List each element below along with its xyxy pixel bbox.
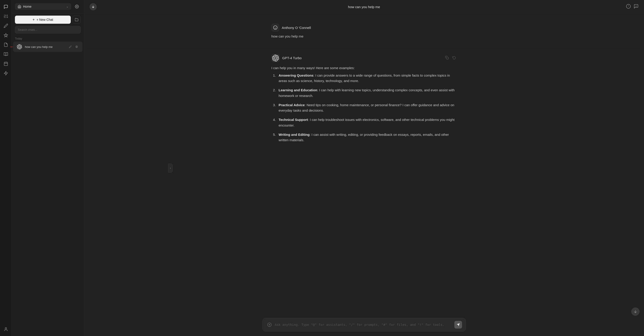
list-item-bold: Answering Questions xyxy=(279,73,314,77)
list-item: Answering Questions: I can provide answe… xyxy=(277,73,457,84)
plus-circle-icon xyxy=(267,323,272,327)
chat-list-item[interactable]: how can you help me xyxy=(13,41,82,52)
scroll-to-bottom-button[interactable] xyxy=(631,308,640,316)
search-input[interactable] xyxy=(15,26,81,33)
gear-icon xyxy=(75,4,79,8)
message-divider xyxy=(87,47,641,48)
new-chat-label: + New Chat xyxy=(36,18,53,21)
ai-sender-name: GPT-4 Turbo xyxy=(282,56,442,60)
chevron-left-icon: ‹ xyxy=(170,167,171,170)
ai-intro-text: I can help you in many ways! Here are so… xyxy=(272,65,457,71)
input-container xyxy=(262,318,466,332)
list-item-rest: : Need tips on cooking, home maintenance… xyxy=(279,103,454,112)
edit-icon xyxy=(69,45,72,48)
sidebar-item-document[interactable] xyxy=(2,41,10,49)
svg-point-15 xyxy=(76,6,78,7)
user-sender-name: Anthony O 'Connell xyxy=(282,26,311,29)
user-avatar xyxy=(272,24,279,31)
compose-button[interactable] xyxy=(634,4,638,10)
send-icon xyxy=(456,323,460,327)
sidebar-item-chat[interactable] xyxy=(2,3,10,11)
sidebar-item-sliders[interactable] xyxy=(2,12,10,20)
user-profile-button[interactable] xyxy=(2,325,10,333)
list-item: Technical Support: I can help troublesho… xyxy=(277,117,457,128)
home-label: Home xyxy=(23,5,32,8)
chat-title-header: how can you help me xyxy=(348,5,380,9)
list-item: Learning and Education: I can help with … xyxy=(277,87,457,99)
search-container xyxy=(12,26,84,36)
svg-rect-25 xyxy=(446,57,448,59)
regenerate-message-button[interactable] xyxy=(452,55,457,61)
user-message-sender: Anthony O 'Connell xyxy=(272,24,457,31)
list-item-bold: Writing and Editing xyxy=(279,133,310,136)
sidebar-header: Home ⌄ xyxy=(12,0,84,13)
icon-rail xyxy=(0,0,12,336)
compose-icon xyxy=(634,4,638,9)
arrow-down-circle-icon xyxy=(634,310,638,314)
sliders-icon xyxy=(4,14,8,18)
user-message-text: how can you help me xyxy=(272,34,457,39)
trash-icon xyxy=(75,45,78,48)
calendar-icon xyxy=(4,61,8,66)
chevron-down-icon: ⌄ xyxy=(66,5,68,8)
edit-chat-button[interactable] xyxy=(68,44,73,49)
list-item: Writing and Editing: I can assist with w… xyxy=(277,132,457,143)
openai-logo xyxy=(17,44,22,49)
delete-chat-button[interactable] xyxy=(74,44,79,49)
sidebar-item-calendar[interactable] xyxy=(2,60,10,68)
chat-header: how can you help me xyxy=(84,0,644,14)
pen-icon xyxy=(4,23,8,28)
list-item-bold: Technical Support xyxy=(279,118,308,122)
send-button[interactable] xyxy=(454,321,462,329)
smiley-icon xyxy=(273,25,278,30)
chat-bubbles-icon xyxy=(4,4,8,9)
refresh-icon xyxy=(452,56,456,59)
copy-icon xyxy=(445,56,449,59)
scroll-down-button[interactable] xyxy=(90,3,97,10)
info-button[interactable] xyxy=(626,4,631,10)
sidebar-item-lightning[interactable] xyxy=(2,69,10,77)
sidebar-item-pen[interactable] xyxy=(2,22,10,30)
new-folder-button[interactable] xyxy=(72,15,81,24)
svg-point-22 xyxy=(273,26,277,29)
books-icon xyxy=(4,52,8,56)
arrow-down-icon xyxy=(91,5,95,8)
chat-item-title: how can you help me xyxy=(25,45,65,48)
attach-button[interactable] xyxy=(266,322,272,328)
ai-avatar xyxy=(272,54,280,62)
sparkle-icon xyxy=(4,33,8,37)
folder-icon xyxy=(75,18,78,21)
svg-point-14 xyxy=(5,328,6,329)
list-item-bold: Learning and Education xyxy=(279,88,317,92)
sidebar: Home ⌄ + + New Chat Today xyxy=(12,0,84,336)
openai-logo-large xyxy=(272,55,279,61)
chat-item-actions xyxy=(68,44,79,49)
user-icon xyxy=(4,327,8,332)
ai-message-block: GPT-4 Turbo I can help you in man xyxy=(262,49,466,151)
settings-button[interactable] xyxy=(73,3,81,10)
ai-message-content: I can help you in many ways! Here are so… xyxy=(272,65,457,143)
svg-rect-9 xyxy=(4,62,8,65)
list-item: Practical Advice: Need tips on cooking, … xyxy=(277,102,457,114)
main-content: how can you help me ‹ xyxy=(84,0,644,336)
ai-message-actions xyxy=(444,55,457,61)
new-chat-button[interactable]: + + New Chat xyxy=(15,15,71,24)
chat-input[interactable] xyxy=(275,323,452,327)
svg-marker-13 xyxy=(4,71,8,75)
copy-message-button[interactable] xyxy=(444,55,450,61)
input-area xyxy=(84,314,644,336)
today-label: Today xyxy=(12,36,84,41)
list-item-bold: Practical Advice xyxy=(279,103,305,107)
plus-icon: + xyxy=(32,18,34,22)
header-right-icons xyxy=(626,4,638,10)
sidebar-toggle-button[interactable]: ‹ xyxy=(168,164,173,173)
sidebar-item-sparkle[interactable] xyxy=(2,31,10,39)
ai-response-list: Answering Questions: I can provide answe… xyxy=(272,73,457,143)
user-message-block: Anthony O 'Connell how can you help me xyxy=(262,19,466,46)
document-icon xyxy=(4,42,8,47)
sidebar-item-books[interactable] xyxy=(2,50,10,58)
sidebar-actions: + + New Chat xyxy=(12,13,84,26)
home-button[interactable]: Home ⌄ xyxy=(15,3,71,10)
home-icon xyxy=(18,5,21,8)
chat-item-icon xyxy=(16,44,22,50)
